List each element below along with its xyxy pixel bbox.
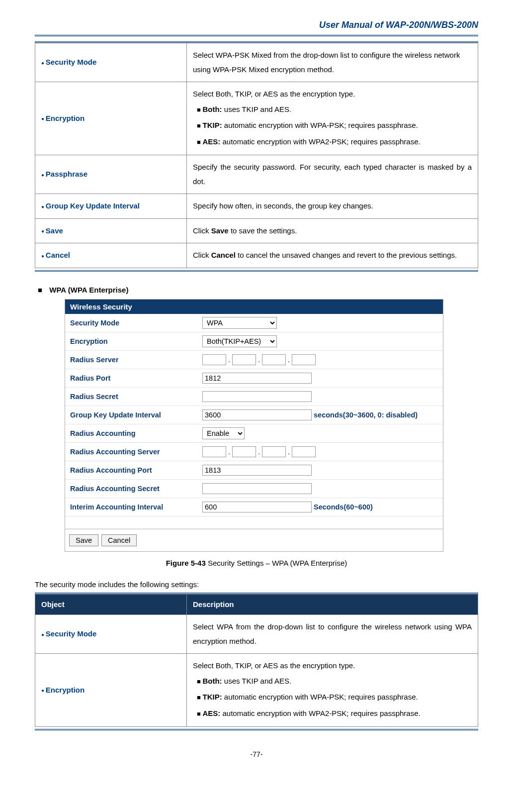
form-row-radius-acc-port: Radius Accounting Port bbox=[65, 461, 443, 480]
row-label: Save bbox=[41, 226, 63, 235]
radius-secret-input[interactable] bbox=[202, 391, 312, 402]
form-label: Interim Accounting Interval bbox=[65, 500, 199, 514]
item-bold: TKIP: bbox=[202, 693, 222, 701]
desc-lead: Select Both, TKIP, or AES as the encrypt… bbox=[193, 90, 355, 98]
form-label: Group Key Update Interval bbox=[65, 408, 199, 422]
group-key-interval-input[interactable] bbox=[202, 409, 312, 420]
table-row: Security Mode Select WPA from the drop-d… bbox=[35, 615, 478, 654]
table-row: Encryption Select Both, TKIP, or AES as … bbox=[35, 654, 478, 727]
row-label: Passphrase bbox=[41, 170, 87, 178]
caption-bold: Figure 5-43 bbox=[166, 559, 206, 567]
desc-post: to cancel the unsaved changes and revert… bbox=[236, 251, 457, 259]
security-mode-select[interactable]: WPA bbox=[202, 317, 277, 329]
row-desc: Select Both, TKIP, or AES as the encrypt… bbox=[187, 654, 478, 727]
desc-bold: Save bbox=[211, 226, 229, 235]
radius-accounting-select[interactable]: Enable bbox=[202, 427, 245, 439]
row-desc: Select WPA from the drop-down list to co… bbox=[187, 615, 478, 654]
form-label: Encryption bbox=[65, 334, 199, 348]
form-label: Radius Accounting Secret bbox=[65, 482, 199, 496]
radius-port-input[interactable] bbox=[202, 373, 312, 384]
table-row: Group Key Update Interval Specify how of… bbox=[35, 194, 478, 219]
item-bold: AES: bbox=[202, 709, 220, 717]
form-row-encryption: Encryption Both(TKIP+AES) bbox=[65, 332, 443, 351]
form-label: Security Mode bbox=[65, 316, 199, 330]
desc-pre: Click bbox=[193, 251, 211, 259]
item-bold: Both: bbox=[202, 105, 222, 113]
row-label: Group Key Update Interval bbox=[41, 202, 140, 210]
radius-acc-server-ip1[interactable] bbox=[202, 446, 226, 457]
figure-title-bar: Wireless Security bbox=[65, 300, 443, 314]
col-header-object: Object bbox=[35, 594, 187, 615]
group-key-interval-suffix: seconds(30~3600, 0: disabled) bbox=[314, 411, 418, 419]
form-row-interim-interval: Interim Accounting Interval Seconds(60~6… bbox=[65, 498, 443, 516]
item-bold: Both: bbox=[202, 677, 222, 685]
form-label: Radius Accounting Port bbox=[65, 463, 199, 477]
form-row-security-mode: Security Mode WPA bbox=[65, 314, 443, 332]
page-number: -77- bbox=[35, 750, 478, 758]
table-row: Save Click Save to save the settings. bbox=[35, 218, 478, 243]
interim-interval-suffix: Seconds(60~600) bbox=[314, 503, 373, 511]
table1-bottom-rule bbox=[35, 270, 478, 272]
item-text: automatic encryption with WPA2-PSK; requ… bbox=[220, 709, 420, 717]
figure-button-row: Save Cancel bbox=[65, 529, 443, 551]
desc-bold: Cancel bbox=[211, 251, 236, 259]
header-rule bbox=[35, 35, 478, 36]
sub-list: Both: uses TKIP and AES. TKIP: automatic… bbox=[193, 102, 472, 150]
row-label: Encryption bbox=[41, 114, 85, 122]
row-desc: Click Save to save the settings. bbox=[187, 218, 478, 243]
figure-caption: Figure 5-43 Security Settings – WPA (WPA… bbox=[35, 559, 478, 567]
table-row: Security Mode Select WPA-PSK Mixed from … bbox=[35, 43, 478, 82]
row-label: Security Mode bbox=[41, 629, 96, 638]
table-row: Encryption Select Both, TKIP, or AES as … bbox=[35, 82, 478, 155]
item-text: automatic encryption with WPA-PSK; requi… bbox=[222, 121, 418, 129]
radius-acc-secret-input[interactable] bbox=[202, 483, 312, 494]
list-item: TKIP: automatic encryption with WPA-PSK;… bbox=[197, 117, 472, 134]
page-header-title: User Manual of WAP-200N/WBS-200N bbox=[35, 20, 478, 33]
save-button[interactable]: Save bbox=[69, 534, 98, 546]
form-label: Radius Accounting Server bbox=[65, 445, 199, 459]
form-row-radius-acc-server: Radius Accounting Server . . . bbox=[65, 443, 443, 461]
list-item: Both: uses TKIP and AES. bbox=[197, 673, 472, 690]
item-text: automatic encryption with WPA2-PSK; requ… bbox=[220, 137, 420, 146]
settings-table-1: Security Mode Select WPA-PSK Mixed from … bbox=[35, 43, 478, 268]
item-text: automatic encryption with WPA-PSK; requi… bbox=[222, 693, 418, 701]
interim-interval-input[interactable] bbox=[202, 502, 312, 512]
table-row: Cancel Click Cancel to cancel the unsave… bbox=[35, 243, 478, 268]
radius-server-ip1[interactable] bbox=[202, 354, 226, 365]
radius-acc-port-input[interactable] bbox=[202, 465, 312, 476]
radius-server-ip4[interactable] bbox=[292, 354, 316, 365]
row-desc: Click Cancel to cancel the unsaved chang… bbox=[187, 243, 478, 268]
radius-acc-server-ip2[interactable] bbox=[232, 446, 256, 457]
radius-server-ip3[interactable] bbox=[262, 354, 286, 365]
col-header-description: Description bbox=[187, 594, 478, 615]
form-label: Radius Server bbox=[65, 353, 199, 367]
form-label: Radius Accounting bbox=[65, 426, 199, 440]
row-desc: Specify the security password. For secur… bbox=[187, 155, 478, 194]
item-bold: TKIP: bbox=[202, 121, 222, 129]
radius-acc-server-ip4[interactable] bbox=[292, 446, 316, 457]
row-desc: Specify how often, in seconds, the group… bbox=[187, 194, 478, 219]
list-item: AES: automatic encryption with WPA2-PSK;… bbox=[197, 134, 472, 150]
table-header-row: Object Description bbox=[35, 594, 478, 615]
form-row-radius-accounting: Radius Accounting Enable bbox=[65, 424, 443, 443]
form-label: Radius Port bbox=[65, 371, 199, 385]
radius-acc-server-ip3[interactable] bbox=[262, 446, 286, 457]
settings-table-2: Object Description Security Mode Select … bbox=[35, 594, 478, 727]
section-heading-wpa: WPA (WPA Enterprise) bbox=[50, 286, 478, 294]
encryption-select[interactable]: Both(TKIP+AES) bbox=[202, 335, 277, 347]
item-text: uses TKIP and AES. bbox=[222, 105, 292, 113]
form-row-radius-secret: Radius Secret bbox=[65, 388, 443, 406]
desc-post: to save the settings. bbox=[229, 226, 297, 235]
item-bold: AES: bbox=[202, 137, 220, 146]
row-desc: Select Both, TKIP, or AES as the encrypt… bbox=[187, 82, 478, 155]
table2-bottom-rule bbox=[35, 729, 478, 730]
item-text: uses TKIP and AES. bbox=[222, 677, 292, 685]
radius-server-ip2[interactable] bbox=[232, 354, 256, 365]
spacer-row bbox=[65, 516, 443, 529]
list-item: Both: uses TKIP and AES. bbox=[197, 102, 472, 118]
form-label: Radius Secret bbox=[65, 390, 199, 404]
table-row: Passphrase Specify the security password… bbox=[35, 155, 478, 194]
form-row-group-key-interval: Group Key Update Interval seconds(30~360… bbox=[65, 406, 443, 424]
cancel-button[interactable]: Cancel bbox=[101, 534, 137, 546]
list-item: AES: automatic encryption with WPA2-PSK;… bbox=[197, 706, 472, 722]
